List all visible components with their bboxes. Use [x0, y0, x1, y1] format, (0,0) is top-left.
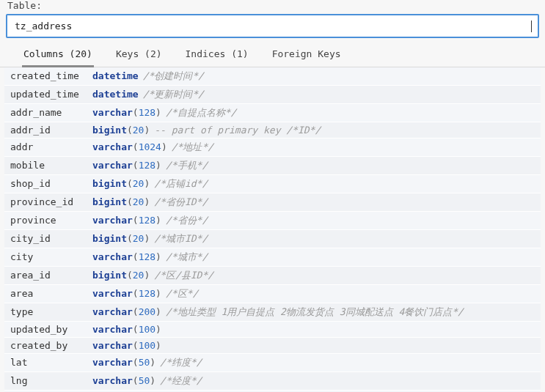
- table-row[interactable]: city_idbigint(20)/*城市ID*/: [4, 230, 541, 248]
- column-type: varchar(100): [92, 340, 161, 351]
- column-type: varchar(100): [92, 324, 161, 335]
- table-row[interactable]: updated_byvarchar(100): [4, 322, 541, 338]
- table-name-input-wrap[interactable]: [6, 14, 539, 38]
- table-row[interactable]: created_timedatetime/*创建时间*/: [4, 67, 541, 86]
- table-row[interactable]: addrvarchar(1024)/*地址*/: [4, 138, 541, 157]
- column-type: bigint(20): [92, 125, 150, 136]
- table-row[interactable]: typevarchar(200)/*地址类型 1用户自提点 2物流发货点 3同城…: [4, 303, 541, 322]
- column-type: varchar(1024): [92, 141, 167, 152]
- column-name: area: [10, 288, 92, 299]
- table-row[interactable]: created_byvarchar(100): [4, 338, 541, 354]
- column-comment: /*城市ID*/: [154, 232, 208, 245]
- column-comment: /*更新时间*/: [143, 88, 204, 101]
- table-row[interactable]: addr_namevarchar(128)/*自提点名称*/: [4, 104, 541, 122]
- table-row[interactable]: province_idbigint(20)/*省份ID*/: [4, 193, 541, 212]
- column-type: varchar(128): [92, 215, 161, 226]
- column-type: datetime: [92, 89, 139, 100]
- column-type: datetime: [92, 70, 139, 81]
- table-row[interactable]: cityvarchar(128)/*城市*/: [4, 248, 541, 267]
- column-name: addr_id: [10, 125, 92, 136]
- column-name: area_id: [10, 270, 92, 281]
- column-comment: /*经度*/: [160, 374, 202, 388]
- column-comment: /*地址*/: [172, 141, 213, 154]
- column-type: bigint(20): [92, 233, 150, 244]
- column-comment: /*地址类型 1用户自提点 2物流发货点 3同城配送点 4餐饮门店点*/: [166, 306, 464, 319]
- column-name: province_id: [10, 196, 92, 207]
- column-name: shop_id: [10, 178, 92, 189]
- column-comment: /*自提点名称*/: [166, 106, 236, 119]
- tab-3[interactable]: Foreign Keys: [271, 45, 343, 67]
- tab-1[interactable]: Keys (2): [114, 45, 164, 67]
- table-row[interactable]: areavarchar(128)/*区*/: [4, 285, 541, 303]
- column-name: lat: [10, 357, 92, 368]
- column-comment: /*区/县ID*/: [154, 269, 213, 282]
- column-comment: -- part of primary key /*ID*/: [154, 125, 321, 136]
- column-comment: /*区*/: [166, 287, 198, 300]
- column-type: bigint(20): [92, 178, 150, 189]
- column-name: created_by: [10, 340, 92, 351]
- column-name: province: [10, 215, 92, 226]
- column-name: mobile: [10, 160, 92, 171]
- column-comment: /*店铺id*/: [154, 177, 208, 191]
- column-comment: /*手机*/: [166, 159, 208, 172]
- column-comment: /*城市*/: [166, 251, 208, 264]
- text-caret: [531, 21, 532, 32]
- column-type: varchar(200): [92, 306, 161, 317]
- table-row[interactable]: latvarchar(50)/*纬度*/: [4, 354, 541, 372]
- column-comment: /*省份*/: [166, 214, 208, 227]
- table-row[interactable]: shop_idbigint(20)/*店铺id*/: [4, 175, 541, 193]
- table-label: Table:: [0, 0, 545, 14]
- column-name: type: [10, 306, 92, 317]
- column-name: lng: [10, 375, 92, 386]
- column-name: city_id: [10, 233, 92, 244]
- column-type: varchar(128): [92, 107, 161, 118]
- column-type: varchar(128): [92, 288, 161, 299]
- table-row[interactable]: addr_idbigint(20)-- part of primary key …: [4, 122, 541, 138]
- column-name: city: [10, 251, 92, 262]
- column-comment: /*省份ID*/: [154, 196, 208, 209]
- column-type: bigint(20): [92, 196, 150, 207]
- table-row[interactable]: provincevarchar(128)/*省份*/: [4, 212, 541, 230]
- table-row[interactable]: area_idbigint(20)/*区/县ID*/: [4, 267, 541, 285]
- column-type: varchar(128): [92, 160, 161, 171]
- table-row[interactable]: updated_timedatetime/*更新时间*/: [4, 86, 541, 104]
- column-type: varchar(50): [92, 375, 156, 386]
- column-type: varchar(128): [92, 251, 161, 262]
- column-comment: /*纬度*/: [160, 356, 202, 369]
- table-row[interactable]: lngvarchar(50)/*经度*/: [4, 372, 541, 391]
- column-comment: /*创建时间*/: [143, 70, 204, 83]
- table-row[interactable]: mobilevarchar(128)/*手机*/: [4, 157, 541, 175]
- table-name-input[interactable]: [13, 20, 533, 32]
- columns-list: created_timedatetime/*创建时间*/updated_time…: [4, 67, 541, 392]
- column-type: bigint(20): [92, 270, 150, 281]
- tabs-bar: Columns (20)Keys (2)Indices (1)Foreign K…: [0, 38, 545, 67]
- column-name: created_time: [10, 70, 92, 81]
- tab-0[interactable]: Columns (20): [22, 45, 94, 67]
- column-name: addr: [10, 141, 92, 152]
- column-type: varchar(50): [92, 357, 156, 368]
- column-name: updated_time: [10, 89, 92, 100]
- column-name: addr_name: [10, 107, 92, 118]
- column-name: updated_by: [10, 324, 92, 335]
- tab-2[interactable]: Indices (1): [184, 45, 250, 67]
